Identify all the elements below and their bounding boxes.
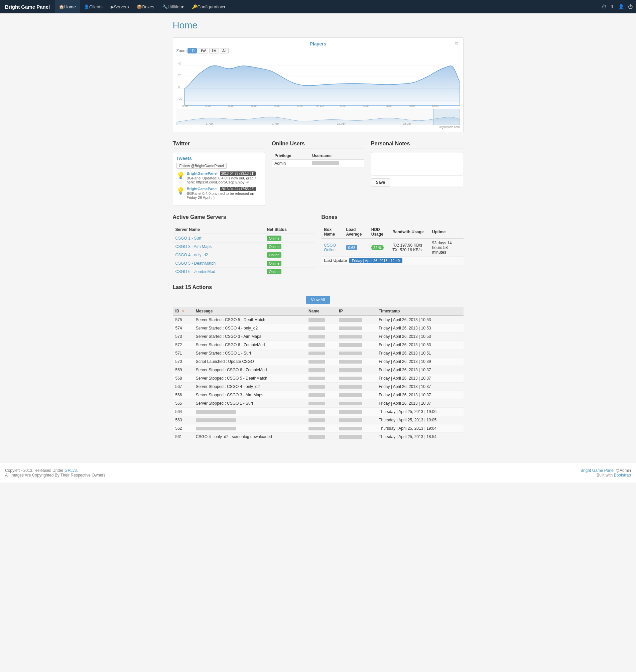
personal-notes-section: Personal Notes Save [371,141,463,206]
col-message: Message [193,307,306,315]
server-link[interactable]: CSGO 5 - DeathMatch [176,261,216,266]
last-actions-title: Last 15 Actions [173,284,463,292]
ip-blurred [339,435,362,439]
follow-button[interactable]: Follow @BrightGamePanel [177,163,227,169]
name-blurred [309,427,325,430]
boxes-section: Boxes Box Name Load Average HDD Usage Ba… [321,214,463,276]
ip-blurred [339,352,362,355]
clock-icon[interactable]: ⏱ [601,4,606,9]
action-timestamp: Friday | April 26, 2013 | 10:53 [376,315,463,324]
two-col-section: Active Game Servers Server Name Net Stat… [173,214,463,276]
box-bandwidth: RX: 197.96 KB/s TX: 520.16 KB/s [390,239,430,257]
view-all-button[interactable]: View All [306,296,331,304]
action-id: 574 [173,324,193,333]
action-id: 565 [173,399,193,408]
gpl-link[interactable]: GPLv3. [64,468,78,473]
action-ip [336,341,376,349]
tweet-user-1[interactable]: BrightGamePanel [187,172,218,175]
svg-text:02:00: 02:00 [340,104,346,107]
ip-blurred [339,318,362,322]
box-load: 0.68 [343,239,369,257]
server-link[interactable]: CSGO 6 - ZombieMod [176,269,215,274]
col-server-name: Server Name [173,225,264,234]
tweet-user-2[interactable]: BrightGamePanel [187,187,218,191]
nav-configuration[interactable]: 🔑 Configuration ▾ [188,0,229,13]
navbar: Bright Game Panel 🏠 Home 👤 Clients ▶ Ser… [0,0,636,13]
svg-text:18:00: 18:00 [250,104,257,107]
action-timestamp: Friday | April 26, 2013 | 10:53 [376,341,463,349]
nav-servers[interactable]: ▶ Servers [106,0,133,13]
online-users-title: Online Users [272,141,364,149]
zoom-all[interactable]: All [220,48,228,54]
action-timestamp: Friday | April 26, 2013 | 10:37 [376,382,463,391]
action-message [193,416,306,424]
action-timestamp: Friday | April 26, 2013 | 10:37 [376,391,463,399]
ip-blurred [339,343,362,347]
action-name [306,358,336,366]
action-row: 564 Thursday | April 25, 2013 | 19:06 [173,408,463,416]
action-name [306,366,336,374]
active-servers-title: Active Game Servers [173,214,315,222]
chart-navigator[interactable]: 1. Apr 8. Apr 15. Apr 22. Apr [177,108,460,125]
action-row: 575 Server Started : CSGO 5 - DeathMatch… [173,315,463,324]
ip-blurred [339,385,362,389]
bootstrap-link[interactable]: Bootstrap [614,473,631,477]
action-ip [336,433,376,441]
action-timestamp: Friday | April 26, 2013 | 10:37 [376,366,463,374]
action-id: 562 [173,424,193,433]
server-link[interactable]: CSGO 4 - only_d2 [176,253,208,257]
nav-boxes[interactable]: 📦 Boxes [133,0,158,13]
name-blurred [309,343,325,347]
action-ip [336,358,376,366]
action-name [306,416,336,424]
nav-home[interactable]: 🏠 Home [55,0,80,13]
nav-clients[interactable]: 👤 Clients [80,0,106,13]
col-id[interactable]: ID ▼ [173,307,193,315]
col-name: Name [306,307,336,315]
action-row: 574 Server Started : CSGO 4 - only_d2 Fr… [173,324,463,333]
status-badge: Online [267,244,282,249]
zoom-1w[interactable]: 1W [198,48,208,54]
action-timestamp: Thursday | April 25, 2013 | 19:06 [376,408,463,416]
three-col-section: Twitter Tweets Follow @BrightGamePanel 💡… [173,141,463,206]
last-update-value: Friday | April 26, 2013 | 12:40 [349,258,402,263]
action-id: 573 [173,333,193,341]
upload-icon[interactable]: ⬆ [610,4,614,9]
action-name [306,374,336,382]
footer-brand-link[interactable]: Bright Game Panel [580,468,614,473]
action-ip [336,374,376,382]
ip-blurred [339,427,362,430]
status-badge: Online [267,269,282,274]
boxes-title: Boxes [321,214,463,222]
action-id: 568 [173,374,193,382]
server-status: Online [264,259,315,268]
action-name [306,433,336,441]
col-timestamp: Timestamp [376,307,463,315]
col-username: Username [310,152,364,160]
ip-blurred [339,402,362,406]
action-ip [336,391,376,399]
power-icon[interactable]: ⏻ [628,4,633,9]
chart-menu-icon[interactable]: ≡ [455,40,458,47]
zoom-1d[interactable]: 1D [187,48,197,54]
user-icon[interactable]: 👤 [618,4,624,9]
save-button[interactable]: Save [371,178,390,186]
user-username [310,160,364,167]
zoom-1m[interactable]: 1M [209,48,219,54]
brand-title: Bright Game Panel [3,4,55,10]
twitter-box: Tweets Follow @BrightGamePanel 💡 BrightG… [173,152,265,206]
svg-text:1. Apr: 1. Apr [206,122,213,125]
svg-text:22:00: 22:00 [296,104,303,107]
personal-notes-title: Personal Notes [371,141,463,149]
notes-textarea[interactable] [371,152,463,175]
tweets-header: Tweets [177,156,262,161]
nav-utilities[interactable]: 🔧 Utilities ▾ [158,0,188,13]
server-link[interactable]: CSGO 3 - Aim Maps [176,244,212,249]
svg-text:20: 20 [178,74,181,77]
box-link[interactable]: CSGO Online [324,243,336,252]
server-link[interactable]: CSGO 1 - Surf [176,236,201,241]
action-timestamp: Thursday | April 25, 2013 | 19:04 [376,424,463,433]
action-ip [336,416,376,424]
name-blurred [309,410,325,414]
action-timestamp: Friday | April 26, 2013 | 10:51 [376,349,463,358]
